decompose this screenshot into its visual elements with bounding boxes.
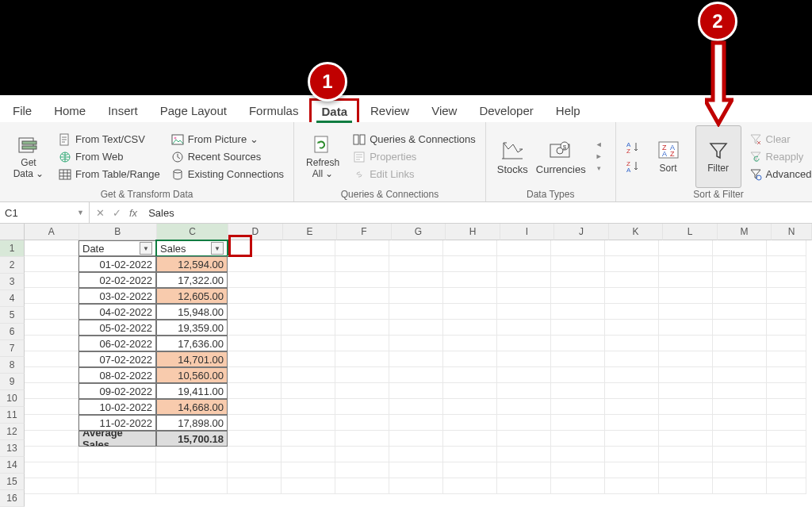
cell-J[interactable] (551, 462, 605, 478)
cell-C[interactable] (156, 447, 228, 462)
cell-G[interactable] (389, 399, 443, 415)
cell-M[interactable] (713, 478, 767, 494)
tab-file[interactable]: File (2, 98, 43, 123)
tab-page-layout[interactable]: Page Layout (149, 98, 238, 123)
clear-filter-button[interactable]: Clear (746, 132, 812, 148)
cell-D[interactable] (228, 320, 282, 336)
cell-E[interactable] (282, 272, 335, 288)
tab-home[interactable]: Home (43, 98, 97, 123)
cell-L[interactable] (659, 304, 713, 320)
cell-I[interactable] (497, 367, 551, 383)
cell-A[interactable] (25, 431, 79, 447)
from-web-button[interactable]: From Web (56, 149, 163, 165)
column-header-B[interactable]: B (79, 224, 157, 240)
column-header-K[interactable]: K (609, 224, 664, 240)
cell-date-2[interactable]: 01-02-2022 (79, 256, 156, 272)
tab-data[interactable]: Data (309, 98, 359, 122)
cell-M[interactable] (713, 431, 767, 447)
cell-E[interactable] (282, 478, 335, 494)
cell-H[interactable] (443, 447, 497, 462)
cell-A[interactable] (25, 320, 79, 336)
cell-sales-2[interactable]: 12,594.00 (156, 256, 228, 272)
cell-sales-5[interactable]: 15,948.00 (156, 304, 228, 320)
filter-button[interactable]: Filter (695, 125, 741, 188)
datatype-currencies[interactable]: $ Currencies (536, 138, 586, 175)
cell-M[interactable] (713, 256, 767, 272)
cell-H[interactable] (443, 462, 497, 478)
cell-M[interactable] (713, 320, 767, 336)
cell-F[interactable] (335, 272, 389, 288)
cell-N[interactable] (767, 367, 806, 383)
cell-N[interactable] (767, 478, 806, 494)
cancel-formula-icon[interactable]: ✕ (96, 207, 105, 219)
cell-K[interactable] (605, 462, 659, 478)
cell-L[interactable] (659, 240, 713, 256)
row-header-1[interactable]: 1 (0, 240, 25, 257)
existing-connections-button[interactable]: Existing Connections (168, 167, 287, 182)
cell-sales-8[interactable]: 14,701.00 (156, 351, 228, 367)
cell-N[interactable] (767, 272, 806, 288)
cell-date-7[interactable]: 06-02-2022 (79, 336, 156, 351)
column-header-E[interactable]: E (283, 224, 338, 240)
cell-N[interactable] (767, 336, 806, 351)
cell-D[interactable] (228, 351, 282, 367)
tab-developer[interactable]: Developer (468, 98, 544, 123)
cell-F[interactable] (335, 351, 389, 367)
cell-E[interactable] (282, 383, 335, 399)
cell-M[interactable] (713, 462, 767, 478)
confirm-formula-icon[interactable]: ✓ (113, 207, 121, 219)
cell-M[interactable] (713, 288, 767, 304)
cell-M[interactable] (713, 351, 767, 367)
sort-desc-button[interactable]: ZA (622, 159, 642, 175)
cell-sales-3[interactable]: 17,322.00 (156, 272, 228, 288)
cell-F[interactable] (335, 399, 389, 415)
cell-K[interactable] (605, 288, 659, 304)
cell-I[interactable] (497, 304, 551, 320)
cell-sales-7[interactable]: 17,636.00 (156, 336, 228, 351)
cell-F[interactable] (335, 304, 389, 320)
cell-H[interactable] (443, 240, 497, 256)
cell-K[interactable] (605, 431, 659, 447)
cell-A[interactable] (25, 240, 79, 256)
cell-date-10[interactable]: 09-02-2022 (79, 383, 156, 399)
queries-connections-button[interactable]: Queries & Connections (350, 132, 479, 148)
column-header-F[interactable]: F (337, 224, 392, 240)
cell-H[interactable] (443, 478, 497, 494)
cell-G[interactable] (389, 462, 443, 478)
cell-E[interactable] (282, 351, 335, 367)
tab-review[interactable]: Review (359, 98, 420, 123)
cell-L[interactable] (659, 336, 713, 351)
cell-G[interactable] (389, 304, 443, 320)
from-text-csv-button[interactable]: From Text/CSV (56, 132, 163, 148)
cell-F[interactable] (335, 367, 389, 383)
cell-G[interactable] (389, 288, 443, 304)
cell-M[interactable] (713, 240, 767, 256)
cell-K[interactable] (605, 320, 659, 336)
cell-N[interactable] (767, 399, 806, 415)
cell-M[interactable] (713, 304, 767, 320)
dropdown-icon[interactable]: ▼ (77, 209, 84, 217)
cell-sales-6[interactable]: 19,359.00 (156, 320, 228, 336)
cell-H[interactable] (443, 320, 497, 336)
formula-input[interactable]: Sales (144, 207, 174, 219)
cell-I[interactable] (497, 478, 551, 494)
cell-A[interactable] (25, 272, 79, 288)
cell-M[interactable] (713, 367, 767, 383)
row-header-8[interactable]: 8 (0, 357, 25, 374)
column-header-I[interactable]: I (500, 224, 555, 240)
cell-H[interactable] (443, 256, 497, 272)
cell-H[interactable] (443, 399, 497, 415)
cell-L[interactable] (659, 415, 713, 431)
row-header-13[interactable]: 13 (0, 440, 25, 457)
cell-I[interactable] (497, 351, 551, 367)
cell-N[interactable] (767, 462, 806, 478)
row-header-15[interactable]: 15 (0, 474, 25, 490)
cell-J[interactable] (551, 256, 605, 272)
cell-B[interactable] (79, 478, 156, 494)
properties-button[interactable]: Properties (350, 149, 479, 165)
row-header-4[interactable]: 4 (0, 290, 25, 307)
cell-G[interactable] (389, 431, 443, 447)
cell-M[interactable] (713, 447, 767, 462)
cell-H[interactable] (443, 304, 497, 320)
cell-F[interactable] (335, 431, 389, 447)
